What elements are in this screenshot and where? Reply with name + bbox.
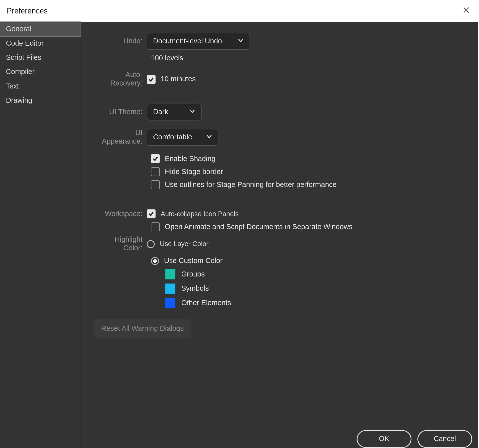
close-button[interactable] [461, 6, 472, 16]
divider [94, 315, 465, 315]
ui-theme-select-value: Dark [153, 108, 168, 116]
auto-collapse-label: Auto-collapse Icon Panels [161, 210, 239, 217]
use-outlines-checkbox[interactable] [151, 180, 160, 189]
close-icon [463, 7, 470, 15]
sidebar-item-general[interactable]: General [0, 22, 81, 36]
chevron-down-icon [189, 108, 195, 116]
cancel-button-label: Cancel [434, 435, 456, 443]
highlight-color-label: Highlight Color: [94, 236, 147, 253]
auto-recovery-label: Auto-Recovery: [94, 71, 147, 88]
sidebar: General Code Editor Script Files Compile… [0, 22, 81, 448]
chevron-down-icon [206, 133, 212, 142]
sidebar-item-label: Drawing [6, 96, 32, 105]
sidebar-item-label: Compiler [6, 68, 35, 76]
auto-recovery-checkbox[interactable] [147, 75, 155, 84]
use-custom-color-radio[interactable] [151, 257, 159, 265]
ui-theme-label: UI Theme: [94, 108, 147, 116]
hide-stage-border-label: Hide Stage border [165, 168, 223, 176]
groups-color-swatch[interactable] [165, 269, 175, 279]
sidebar-item-label: General [6, 25, 31, 33]
enable-shading-checkbox[interactable] [151, 154, 160, 163]
preferences-panel: Undo: Document-level Undo 100 levels [81, 22, 478, 448]
symbols-color-swatch[interactable] [165, 283, 175, 294]
auto-recovery-value: 10 minutes [161, 75, 196, 84]
sidebar-item-drawing[interactable]: Drawing [0, 93, 81, 108]
undo-select[interactable]: Document-level Undo [147, 33, 250, 50]
sidebar-item-code-editor[interactable]: Code Editor [0, 36, 81, 50]
other-elements-label: Other Elements [181, 299, 231, 307]
ui-appearance-select-value: Comfortable [153, 133, 192, 142]
groups-label: Groups [181, 270, 205, 278]
dialog-footer: OK Cancel [357, 430, 472, 448]
hide-stage-border-checkbox[interactable] [151, 167, 160, 176]
symbols-label: Symbols [181, 284, 209, 293]
sidebar-item-label: Script Files [6, 54, 41, 62]
ok-button-label: OK [379, 435, 389, 443]
cancel-button[interactable]: Cancel [417, 430, 472, 448]
use-layer-color-label: Use Layer Color [160, 240, 209, 248]
sidebar-item-script-files[interactable]: Script Files [0, 51, 81, 65]
reset-warnings-button[interactable]: Reset All Warning Dialogs [94, 319, 191, 338]
ui-appearance-select[interactable]: Comfortable [147, 129, 218, 146]
use-custom-color-label: Use Custom Color [164, 257, 223, 265]
reset-warnings-label: Reset All Warning Dialogs [101, 324, 184, 333]
preferences-dialog: Preferences General Code Editor Script F… [0, 0, 478, 448]
ui-appearance-label: UI Appearance: [94, 129, 147, 146]
auto-collapse-checkbox[interactable] [147, 209, 155, 218]
sidebar-item-label: Text [6, 82, 19, 91]
undo-label: Undo: [94, 37, 147, 46]
undo-select-value: Document-level Undo [153, 37, 222, 46]
separate-windows-checkbox[interactable] [151, 222, 160, 231]
ok-button[interactable]: OK [357, 430, 412, 448]
use-layer-color-radio[interactable] [147, 240, 155, 248]
enable-shading-label: Enable Shading [165, 154, 216, 163]
other-elements-color-swatch[interactable] [165, 298, 175, 308]
use-outlines-label: Use outlines for Stage Panning for bette… [165, 180, 337, 189]
chevron-down-icon [238, 37, 244, 46]
undo-levels-text: 100 levels [151, 54, 183, 62]
sidebar-item-compiler[interactable]: Compiler [0, 65, 81, 79]
sidebar-item-text[interactable]: Text [0, 79, 81, 93]
ui-theme-select[interactable]: Dark [147, 104, 202, 121]
title-bar: Preferences [0, 0, 478, 22]
dialog-title: Preferences [7, 6, 48, 15]
sidebar-item-label: Code Editor [6, 39, 44, 48]
separate-windows-label: Open Animate and Script Documents in Sep… [165, 223, 353, 231]
workspace-label: Workspace: [94, 210, 147, 218]
